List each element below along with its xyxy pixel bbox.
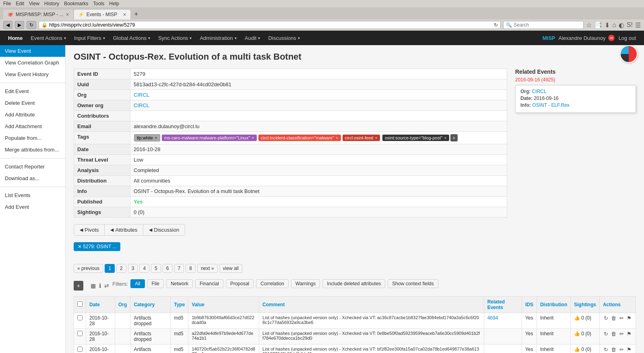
- tag-close-circl-osint[interactable]: ×: [375, 135, 377, 140]
- tab-events-misp[interactable]: ⚡ Events - MISP ×: [74, 10, 130, 19]
- row-3-checkbox[interactable]: [77, 347, 83, 352]
- next-button[interactable]: next »: [197, 264, 218, 273]
- tag-add-button[interactable]: +: [450, 134, 458, 141]
- nav-administration[interactable]: Administration ▾: [196, 32, 240, 44]
- row-1-related-link[interactable]: 4694: [487, 315, 498, 321]
- sighting-up-icon-2[interactable]: 👍: [574, 331, 580, 336]
- popup-info-link[interactable]: OSINT - ELF.Rex: [532, 102, 569, 108]
- menu-icon[interactable]: ☰: [635, 21, 641, 29]
- sidebar-delete-event[interactable]: Delete Event: [0, 97, 65, 109]
- nav-sync-actions[interactable]: Sync Actions ▾: [154, 32, 196, 44]
- sidebar-edit-event[interactable]: Edit Event: [0, 85, 65, 97]
- back-button[interactable]: ◀: [3, 21, 12, 29]
- row-3-action-refresh[interactable]: ↻: [604, 347, 608, 353]
- row-3-action-delete[interactable]: 🗑: [611, 347, 616, 353]
- page-3[interactable]: 3: [128, 264, 138, 273]
- col-distribution[interactable]: Distribution: [537, 297, 570, 313]
- nav-audit[interactable]: Audit ▾: [241, 32, 264, 44]
- col-type[interactable]: Type: [171, 297, 188, 313]
- tag-close-ms-caro[interactable]: ×: [252, 135, 254, 140]
- filter-file[interactable]: File: [147, 279, 164, 288]
- sidebar-list-events[interactable]: List Events: [0, 189, 65, 201]
- search-bar[interactable]: 🔍: [503, 21, 584, 29]
- row-1-action-flag[interactable]: ⚑: [627, 315, 632, 321]
- tab-discussion[interactable]: ◀ Discussion: [143, 224, 185, 235]
- sidebar-contact-reporter[interactable]: Contact Reporter: [0, 161, 65, 172]
- row-2-action-edit[interactable]: ✏: [619, 331, 624, 337]
- row-2-action-refresh[interactable]: ↻: [604, 331, 608, 337]
- search-input[interactable]: [514, 22, 581, 28]
- popup-org-link[interactable]: CIRCL: [532, 89, 547, 94]
- sidebar-add-event[interactable]: Add Event: [0, 201, 65, 213]
- col-ids[interactable]: IDS: [522, 297, 537, 313]
- sidebar-view-correlation-graph[interactable]: View Correlation Graph: [0, 57, 65, 69]
- menu-view[interactable]: View: [29, 1, 39, 6]
- pocket-icon[interactable]: ◐: [619, 21, 624, 29]
- nav-brand[interactable]: MISP: [543, 35, 555, 41]
- tab-pivots[interactable]: ◀ Pivots: [74, 224, 105, 235]
- page-6[interactable]: 6: [163, 264, 173, 273]
- reload-button[interactable]: ↻: [27, 21, 36, 29]
- col-org[interactable]: Org: [115, 297, 130, 313]
- filter-correlation[interactable]: Correlation: [256, 279, 289, 288]
- prev-button[interactable]: « previous: [74, 264, 103, 273]
- nav-event-actions[interactable]: Event Actions ▾: [27, 32, 70, 44]
- col-sightings[interactable]: Sightings: [571, 297, 600, 313]
- reload-icon[interactable]: ↻: [494, 22, 498, 28]
- row-2-checkbox[interactable]: [77, 331, 83, 336]
- tab-misp-github[interactable]: 🐙 MISP/MISP: MISP - ... ×: [3, 10, 73, 19]
- table-export-icon[interactable]: ⇄: [104, 282, 109, 289]
- row-checkbox-1[interactable]: [74, 313, 86, 329]
- sidebar-view-event-history[interactable]: View Event History: [0, 69, 65, 80]
- col-value[interactable]: Value: [188, 297, 259, 313]
- row-checkbox-3[interactable]: [74, 345, 86, 353]
- col-date[interactable]: Date: [86, 297, 115, 313]
- sidebar-view-event[interactable]: View Event: [0, 45, 65, 57]
- sidebar-populate-from[interactable]: Populate from...: [0, 132, 65, 144]
- row-1-action-delete[interactable]: 🗑: [611, 315, 616, 321]
- nav-global-actions[interactable]: Global Actions ▾: [109, 32, 154, 44]
- new-tab-button[interactable]: +: [131, 9, 141, 19]
- page-5[interactable]: 5: [151, 264, 161, 273]
- menu-bookmarks[interactable]: Bookmarks: [64, 1, 88, 6]
- tag-close-circl-incident[interactable]: ×: [336, 135, 338, 140]
- tag-close-osint-source[interactable]: ×: [444, 135, 446, 140]
- star-icon[interactable]: ☆: [586, 21, 592, 29]
- table-view-icon[interactable]: ▦: [91, 282, 96, 289]
- menu-file[interactable]: File: [3, 1, 11, 6]
- address-input[interactable]: [49, 22, 492, 28]
- nav-email-badge[interactable]: ✉: [608, 35, 615, 41]
- forward-button[interactable]: ▶: [15, 21, 24, 29]
- row-2-action-delete[interactable]: 🗑: [611, 331, 616, 337]
- filter-proposal[interactable]: Proposal: [226, 279, 254, 288]
- address-bar[interactable]: 🔒 ↻: [39, 21, 501, 29]
- filter-financial[interactable]: Financial: [195, 279, 223, 288]
- page-8[interactable]: 8: [186, 264, 196, 273]
- row-2-action-flag[interactable]: ⚑: [627, 331, 632, 337]
- tab-attributes[interactable]: ◀ Attributes: [105, 224, 143, 235]
- sidebar-add-attribute[interactable]: Add Attribute: [0, 109, 65, 120]
- nav-home[interactable]: Home: [4, 32, 27, 44]
- page-7[interactable]: 7: [174, 264, 184, 273]
- row-1-action-refresh[interactable]: ↻: [604, 315, 608, 321]
- filter-show-context[interactable]: Show context fields: [388, 279, 438, 288]
- table-info-icon[interactable]: ℹ: [99, 282, 101, 289]
- org-link[interactable]: CIRCL: [134, 92, 149, 98]
- menu-history[interactable]: History: [44, 1, 59, 6]
- menu-tools[interactable]: Tools: [93, 1, 104, 6]
- tab-close-1[interactable]: ×: [66, 11, 69, 18]
- sighting-up-icon[interactable]: 👍: [574, 315, 580, 321]
- bookmark-list-icon[interactable]: 📑: [594, 21, 602, 29]
- download-icon[interactable]: ⬇: [605, 21, 610, 29]
- col-category[interactable]: Category: [130, 297, 171, 313]
- filter-include-deleted[interactable]: Include deleted attributes: [322, 279, 385, 288]
- row-1-checkbox[interactable]: [77, 315, 83, 320]
- tag-close-tlp-white[interactable]: ×: [155, 135, 157, 140]
- nav-logout[interactable]: Log out: [615, 32, 640, 44]
- pivot-breadcrumb[interactable]: ✕ 5279: OSINT ...: [74, 242, 120, 251]
- filter-network[interactable]: Network: [166, 279, 193, 288]
- sidebar-download-as[interactable]: Download as...: [0, 172, 65, 184]
- add-attribute-button[interactable]: +: [74, 281, 83, 291]
- sidebar-merge-attributes[interactable]: Merge attributes from...: [0, 144, 65, 156]
- row-3-action-flag[interactable]: ⚑: [627, 347, 632, 353]
